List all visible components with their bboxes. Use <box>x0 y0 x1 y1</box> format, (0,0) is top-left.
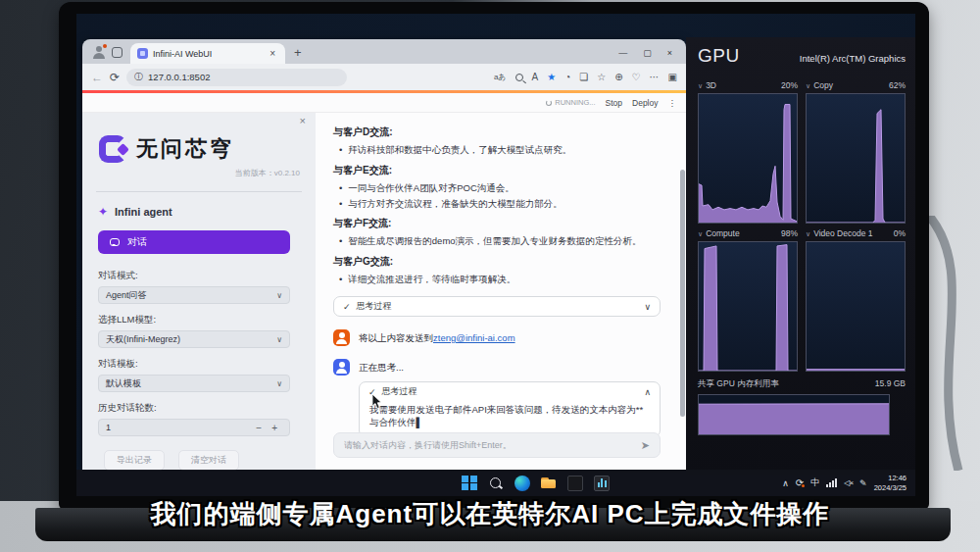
zoom-icon[interactable] <box>515 74 523 81</box>
brand-logo: 无问芯穹 <box>98 134 302 164</box>
gpu-chart-compute <box>698 241 798 372</box>
window-minimize-button[interactable]: — <box>618 48 627 58</box>
pen-icon[interactable]: ✎ <box>859 478 867 488</box>
email-link[interactable]: zteng@infini-ai.com <box>433 332 515 343</box>
hub-icon[interactable]: ⊕ <box>614 72 622 82</box>
agent-title-row: ✦ Infini agent <box>98 205 302 219</box>
chevron-down-icon[interactable]: ∨ <box>698 82 703 89</box>
sync-icon[interactable]: ⟳ <box>796 477 804 488</box>
translate-icon[interactable]: aあ <box>494 72 507 82</box>
section-heading: 与客户F交流: <box>333 217 661 230</box>
engine-label: Compute <box>706 228 740 238</box>
search-icon[interactable] <box>488 477 504 492</box>
app-menu-icon[interactable]: ⋮ <box>668 98 677 108</box>
profile-avatar-icon[interactable] <box>92 45 106 59</box>
back-icon[interactable]: ← <box>91 71 103 84</box>
windows-taskbar: ∧ ⟳ 中 ◁× ✎ 12:46 2024/3/25 <box>76 470 915 496</box>
engine-label: Video Decode 1 <box>813 228 872 238</box>
start-button-icon[interactable] <box>462 476 477 491</box>
thought-expander-expanded[interactable]: ✓ 思考过程 ∧ 我需要使用发送电子邮件API来回答该问题，待发送的文本内容为*… <box>359 381 661 437</box>
sidebar-panel-icon[interactable]: ▣ <box>668 72 677 82</box>
decrement-button[interactable]: − <box>251 423 267 433</box>
url-input[interactable] <box>148 72 295 82</box>
tray-chevron-icon[interactable]: ∧ <box>782 478 789 488</box>
site-info-icon[interactable]: ⓘ <box>134 71 143 83</box>
send-icon[interactable]: ➤ <box>641 439 650 452</box>
photo-stage: Infini-AI WebUI × + — ▢ × ← ⟳ ⓘ aあ <box>0 0 980 552</box>
refresh-icon[interactable]: ⟳ <box>110 71 120 84</box>
file-explorer-icon[interactable] <box>541 477 557 492</box>
clock[interactable]: 12:46 2024/3/25 <box>874 474 906 492</box>
chevron-down-icon[interactable]: ∨ <box>698 230 703 237</box>
running-icon <box>546 100 552 106</box>
engine-label: Copy <box>813 80 833 90</box>
stop-button[interactable]: Stop <box>606 98 623 108</box>
model-select[interactable]: 天权(Infini-Megrez)∨ <box>98 330 290 348</box>
history-value-input[interactable] <box>106 423 251 432</box>
chevron-down-icon[interactable]: ∨ <box>806 82 810 89</box>
expander-label: 思考过程 <box>382 385 417 398</box>
export-records-button[interactable]: 导出记录 <box>104 450 165 471</box>
chevron-down-icon[interactable]: ∨ <box>644 302 651 312</box>
bullet-item: 拜访科技部和数据中心负责人，了解大模型试点研究。 <box>339 144 661 157</box>
expander-label: 思考过程 <box>357 300 392 313</box>
laptop-screen: Infini-AI WebUI × + — ▢ × ← ⟳ ⓘ aあ <box>76 14 915 496</box>
deploy-button[interactable]: Deploy <box>632 98 658 108</box>
chat-nav-button[interactable]: 对话 <box>98 230 290 254</box>
clock-date: 2024/3/25 <box>874 483 906 492</box>
agent-title: Infini agent <box>115 206 172 218</box>
section-heading: 与客户E交流: <box>333 164 661 177</box>
assistant-avatar <box>333 359 350 376</box>
bullet-item: 详细交流推迟进行，等待临时事项解决。 <box>339 274 661 286</box>
sidebar-close-icon[interactable]: × <box>300 115 306 126</box>
user-message-text: 将以上内容发送到 <box>359 332 433 343</box>
workspaces-icon[interactable] <box>112 47 122 58</box>
bullet-item: 智能生成尽调报告的demo演示，但需要加入专业财务数据的定性分析。 <box>339 235 661 248</box>
brand-name: 无问芯穹 <box>136 134 234 164</box>
edge-browser-icon[interactable] <box>514 476 530 491</box>
notification-dot <box>103 44 107 48</box>
terminal-icon[interactable] <box>567 476 583 491</box>
url-bar[interactable]: ⓘ <box>126 69 347 86</box>
history-label: 历史对话轮数: <box>98 402 302 415</box>
chevron-up-icon[interactable]: ∧ <box>644 387 651 397</box>
task-manager-gpu-panel: GPU Intel(R) Arc(TM) Graphics ∨3D 20% ∨C… <box>686 37 915 475</box>
window-close-button[interactable]: × <box>667 48 672 58</box>
more-menu-icon[interactable]: ⋯ <box>650 72 660 82</box>
template-label: 对话模板: <box>98 358 302 371</box>
network-signal-icon[interactable] <box>826 478 837 487</box>
volume-muted-icon[interactable]: ◁× <box>844 478 853 487</box>
chat-input-box[interactable]: ➤ <box>333 432 661 458</box>
text-cursor: ▌ <box>416 417 423 427</box>
increment-button[interactable]: + <box>267 423 282 433</box>
chevron-down-icon: ∨ <box>276 379 282 388</box>
tab-close-icon[interactable]: × <box>267 48 278 59</box>
chat-input[interactable] <box>344 440 641 450</box>
history-input[interactable]: − + <box>98 419 290 436</box>
read-aloud-icon[interactable]: A <box>532 72 539 82</box>
chevron-down-icon[interactable]: ∨ <box>806 230 810 237</box>
task-manager-icon[interactable] <box>594 476 610 491</box>
check-icon: ✓ <box>343 302 351 312</box>
bullet-item: 一同与合作伙伴A团队对齐POC沟通会。 <box>339 182 661 195</box>
thought-expander-collapsed[interactable]: ✓ 思考过程 ∨ <box>333 296 661 317</box>
gpu-name: Intel(R) Arc(TM) Graphics <box>800 53 906 64</box>
collections-icon[interactable]: ☆ <box>597 72 606 82</box>
browser-tab[interactable]: Infini-AI WebUI × <box>130 43 285 64</box>
memory-label: 共享 GPU 内存利用率 <box>698 378 779 390</box>
scrollbar[interactable] <box>680 170 685 417</box>
mode-select[interactable]: Agent问答∨ <box>98 286 290 304</box>
split-screen-icon[interactable]: ❏ <box>579 72 588 82</box>
version-label: 当前版本：v0.2.10 <box>96 168 300 178</box>
new-tab-button[interactable]: + <box>291 45 305 60</box>
user-avatar <box>333 329 350 346</box>
window-maximize-button[interactable]: ▢ <box>643 48 652 58</box>
engine-value: 0% <box>894 228 906 238</box>
clear-chat-button[interactable]: 清空对话 <box>178 450 239 471</box>
ime-indicator[interactable]: 中 <box>810 477 819 489</box>
template-select[interactable]: 默认模板∨ <box>98 375 290 392</box>
gpu-memory-chart <box>698 394 890 435</box>
copilot-icon[interactable]: ◔ <box>564 72 570 82</box>
browser-essentials-icon[interactable]: ♡ <box>632 72 641 82</box>
favorites-star-icon[interactable]: ★ <box>547 72 556 82</box>
